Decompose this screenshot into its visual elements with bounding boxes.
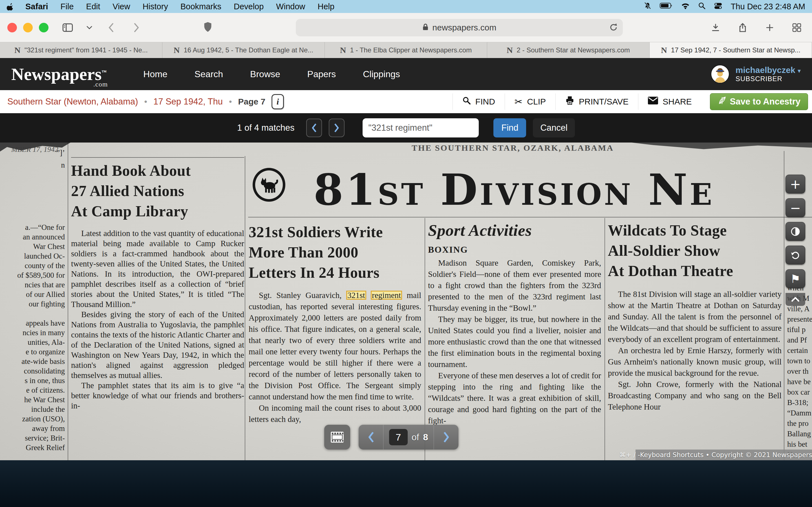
newspaper-page-image: MBER 17, 1942 THE SOUTHERN STAR, OZARK, … bbox=[0, 143, 812, 460]
menu-safari[interactable]: Safari bbox=[26, 2, 48, 11]
mute-icon[interactable] bbox=[644, 2, 651, 11]
tab-group-chevron-icon[interactable] bbox=[85, 20, 94, 36]
control-center-icon[interactable] bbox=[714, 2, 722, 11]
menu-history[interactable]: History bbox=[143, 2, 168, 11]
zoom-out-button[interactable]: − bbox=[785, 198, 805, 217]
save-to-ancestry-button[interactable]: Save to Ancestry bbox=[710, 93, 808, 110]
sidebar-toggle-icon[interactable] bbox=[60, 20, 75, 36]
desktop-wallpaper: >_ DEC 23 ♫ ✎ A ⚙ bbox=[0, 460, 812, 507]
torn-edge bbox=[631, 143, 812, 150]
privacy-shield-icon[interactable] bbox=[204, 22, 212, 34]
article-paragraph: The pamphlet states that its aim is to g… bbox=[71, 380, 244, 411]
paper-date-link[interactable]: 17 Sep 1942, Thu bbox=[153, 97, 223, 107]
rotate-button[interactable] bbox=[785, 245, 805, 265]
zoom-window-button[interactable] bbox=[39, 23, 49, 33]
next-page-button[interactable] bbox=[434, 425, 458, 450]
article-paragraph: Madison Square Garden, Comiskey Park, So… bbox=[428, 257, 601, 314]
previous-page-button[interactable] bbox=[359, 425, 384, 450]
nav-search[interactable]: Search bbox=[195, 69, 223, 79]
article-paragraph: The 81st Division will stage an all-sold… bbox=[608, 288, 781, 345]
tab-elba-clipper[interactable]: N 1 - The Elba Clipper at Newspapers.com bbox=[325, 42, 487, 58]
contrast-button[interactable] bbox=[785, 222, 805, 241]
column-rule bbox=[245, 156, 245, 460]
subhead-boxing: BOXING bbox=[428, 244, 601, 255]
url-text: newspapers.com bbox=[433, 23, 497, 33]
account-menu[interactable]: michaelbyczek ▾ SUBSCRIBER bbox=[711, 65, 801, 83]
viewer-controls: + − ⚑ bbox=[785, 175, 805, 306]
menu-window[interactable]: Window bbox=[276, 2, 305, 11]
menu-help[interactable]: Help bbox=[318, 2, 335, 11]
right-edge-column: when with M ville, A presente tiful p an… bbox=[787, 283, 812, 460]
current-page-field[interactable]: 7 bbox=[389, 429, 408, 445]
zoom-in-button[interactable]: + bbox=[785, 175, 805, 193]
newspapers-logo[interactable]: Newspapers™.com bbox=[11, 64, 107, 84]
headline-wildcats: Wildcats To Stage All-Soldier Show At Do… bbox=[608, 220, 781, 281]
nav-clippings[interactable]: Clippings bbox=[363, 69, 400, 79]
battery-icon[interactable] bbox=[660, 2, 673, 11]
find-submit-button[interactable]: Find bbox=[493, 118, 526, 137]
masthead-rule bbox=[248, 217, 812, 217]
collapse-controls-button[interactable] bbox=[785, 293, 805, 306]
share-button[interactable]: SHARE bbox=[638, 94, 701, 110]
page-navigator: 7 of 8 bbox=[359, 425, 458, 450]
address-bar[interactable]: newspapers.com bbox=[296, 19, 623, 36]
tab-southern-star-2[interactable]: N 2 - Southern Star at Newspapers.com bbox=[487, 42, 650, 58]
menu-edit[interactable]: Edit bbox=[86, 2, 100, 11]
search-highlight: 321st bbox=[346, 291, 366, 300]
username: michaelbyczek bbox=[735, 65, 795, 75]
flag-button[interactable]: ⚑ bbox=[785, 269, 805, 288]
find-input[interactable] bbox=[363, 118, 479, 137]
tab-overview-icon[interactable] bbox=[789, 20, 805, 36]
wildcat-mascot-logo bbox=[253, 168, 285, 202]
find-button[interactable]: FIND bbox=[453, 94, 505, 110]
clip-button[interactable]: ✂ CLIP bbox=[505, 94, 555, 110]
article-lead-paragraph: Sgt. Stanley Guaravich, 321st regiment m… bbox=[249, 290, 421, 402]
nav-papers[interactable]: Papers bbox=[307, 69, 336, 79]
forward-button[interactable] bbox=[129, 20, 144, 36]
info-button[interactable]: i bbox=[271, 94, 284, 109]
menu-bar: Safari File Edit View History Bookmarks … bbox=[0, 0, 812, 13]
share-icon[interactable] bbox=[735, 20, 751, 36]
menu-bar-clock[interactable]: Thu Dec 23 2:48 AM bbox=[731, 2, 805, 11]
reload-icon[interactable] bbox=[609, 23, 618, 33]
next-match-button[interactable] bbox=[329, 119, 345, 137]
envelope-icon bbox=[648, 97, 658, 107]
torn-text-fragment: ”]’ n bbox=[0, 147, 65, 171]
wifi-icon[interactable] bbox=[681, 2, 690, 11]
tab-search-results[interactable]: N "321st regiment" from 1941 - 1945 - Ne… bbox=[0, 42, 162, 58]
print-save-button[interactable]: PRINT/SAVE bbox=[555, 94, 638, 110]
tab-southern-star-active[interactable]: N 17 Sep 1942, 7 - Southern Star at News… bbox=[650, 42, 812, 58]
menu-bookmarks[interactable]: Bookmarks bbox=[181, 2, 221, 11]
tab-bar: N "321st regiment" from 1941 - 1945 - Ne… bbox=[0, 42, 812, 58]
new-tab-icon[interactable] bbox=[762, 20, 777, 36]
paper-title-link[interactable]: Southern Star (Newton, Alabama) bbox=[7, 97, 138, 107]
article-paragraph: They may be bigger, its true, but nowher… bbox=[428, 314, 601, 370]
tab-dothan-eagle[interactable]: N 16 Aug 1942, 5 - The Dothan Eagle at N… bbox=[162, 42, 325, 58]
page-number-label: Page 7 bbox=[238, 97, 265, 107]
minimize-window-button[interactable] bbox=[23, 23, 33, 33]
match-count: 1 of 4 matches bbox=[237, 123, 294, 133]
apple-menu-icon[interactable] bbox=[7, 3, 13, 10]
menu-file[interactable]: File bbox=[61, 2, 74, 11]
find-bar: 1 of 4 matches Find Cancel bbox=[0, 113, 812, 143]
close-window-button[interactable] bbox=[7, 23, 17, 33]
site-header: Newspapers™.com Home Search Browse Paper… bbox=[0, 58, 812, 90]
menu-develop[interactable]: Develop bbox=[234, 2, 264, 11]
spotlight-icon[interactable] bbox=[698, 2, 705, 11]
article-paragraph: Sgt. John Crowe, formerly with the Natio… bbox=[608, 379, 781, 412]
newspapers-favicon: N bbox=[340, 45, 346, 55]
nav-home[interactable]: Home bbox=[143, 69, 167, 79]
nav-browse[interactable]: Browse bbox=[250, 69, 280, 79]
ancestry-leaf-icon bbox=[718, 96, 726, 107]
newspapers-favicon: N bbox=[661, 45, 667, 55]
downloads-icon[interactable] bbox=[708, 20, 723, 36]
previous-match-button[interactable] bbox=[306, 119, 322, 137]
menu-view[interactable]: View bbox=[112, 2, 130, 11]
cancel-button[interactable]: Cancel bbox=[533, 118, 575, 137]
back-button[interactable] bbox=[103, 20, 119, 36]
newspapers-favicon: N bbox=[174, 45, 180, 55]
total-pages-label: 8 bbox=[423, 432, 428, 443]
thumbnail-strip-button[interactable] bbox=[324, 425, 350, 450]
search-icon bbox=[462, 96, 471, 107]
scissors-icon: ✂ bbox=[515, 96, 523, 107]
